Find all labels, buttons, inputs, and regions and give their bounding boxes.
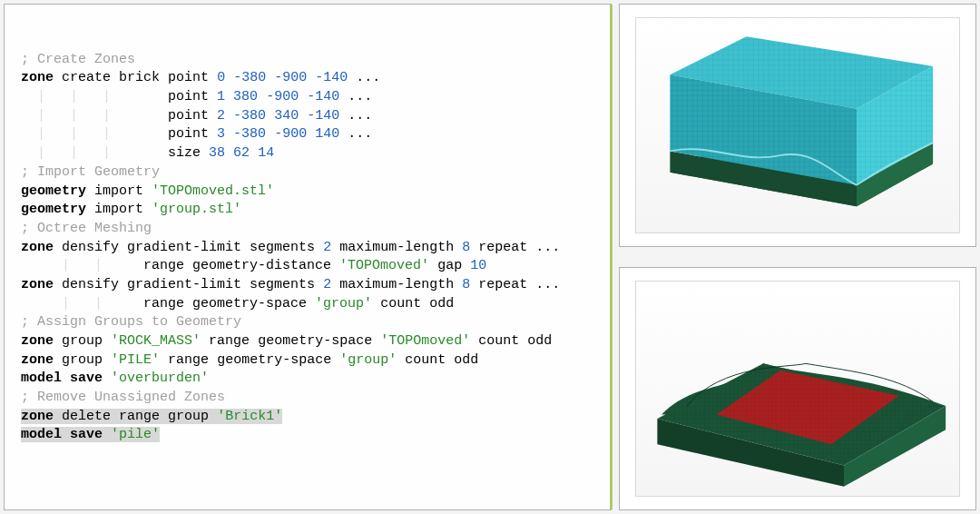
kw-repeat: repeat: [478, 277, 527, 292]
num: 2: [323, 240, 331, 255]
num: 10: [470, 258, 486, 273]
kw-count: count: [478, 333, 519, 349]
str: 'TOPOmoved.stl': [152, 183, 274, 199]
kw-zone: zone: [21, 277, 54, 292]
str: 'pile': [111, 427, 160, 442]
viz-canvas-bottom[interactable]: [635, 281, 959, 498]
num: -900: [274, 126, 307, 142]
num: -140: [307, 108, 339, 124]
kw-zone: zone: [21, 240, 54, 255]
kw-range: range: [119, 409, 160, 424]
str: 'TOPOmoved': [380, 333, 470, 349]
kw-create: create: [62, 70, 111, 85]
kw-group: group: [62, 352, 103, 368]
kw-group: group: [168, 409, 209, 424]
kw-range: range: [143, 258, 184, 273]
kw-save: save: [70, 427, 103, 442]
kw-maxlen: maximum-length: [339, 277, 454, 292]
str: 'TOPOmoved': [339, 258, 429, 273]
code-editor[interactable]: ; Create Zones zone create brick point 0…: [4, 4, 612, 510]
num: 1: [217, 89, 225, 104]
kw-gap: gap: [437, 258, 462, 273]
viz-panel-bottom[interactable]: [619, 267, 976, 510]
str: 'overburden': [111, 371, 209, 386]
kw-geospace: geometry-space: [258, 333, 372, 349]
num: 62: [233, 145, 250, 161]
panel-accent-bar: [610, 5, 612, 509]
kw-delete: delete: [62, 409, 111, 424]
num: 0: [217, 70, 225, 85]
str: 'Brick1': [217, 409, 282, 424]
kw-odd: odd: [454, 352, 478, 368]
kw-densify: densify: [62, 240, 119, 255]
kw-gradlimit: gradient-limit: [127, 277, 241, 292]
num: 380: [233, 89, 258, 104]
kw-brick: brick: [119, 70, 160, 85]
str: 'group.stl': [152, 202, 241, 217]
kw-point: point: [168, 89, 209, 104]
num: 2: [217, 108, 225, 124]
kw-densify: densify: [62, 277, 119, 292]
viz-panel-top[interactable]: [619, 4, 976, 247]
guide: | | |: [21, 89, 152, 104]
comment: ; Import Geometry: [21, 164, 160, 180]
num: 2: [323, 277, 331, 292]
num: 340: [274, 108, 299, 124]
kw-import: import: [94, 202, 143, 217]
main-layout: ; Create Zones zone create brick point 0…: [0, 0, 980, 514]
kw-zone: zone: [21, 352, 54, 368]
visualization-column: [619, 4, 976, 510]
num: -380: [233, 126, 266, 142]
num: 140: [315, 126, 339, 142]
kw-zone: zone: [21, 333, 54, 349]
kw-count: count: [380, 296, 421, 311]
num: -380: [233, 70, 266, 85]
num: 8: [462, 277, 470, 292]
num: 14: [258, 145, 274, 161]
kw-geometry: geometry: [21, 183, 86, 199]
kw-repeat: repeat: [478, 240, 527, 255]
ellipsis: ...: [535, 277, 560, 292]
kw-import: import: [94, 183, 143, 199]
str: 'group': [315, 296, 372, 311]
guide: | | |: [21, 126, 152, 142]
kw-count: count: [405, 352, 446, 368]
kw-range: range: [209, 333, 250, 349]
ellipsis: ...: [535, 240, 560, 255]
ellipsis: ...: [356, 70, 380, 85]
guide: | |: [21, 296, 143, 311]
str: 'PILE': [111, 352, 160, 368]
guide: | | |: [21, 108, 152, 124]
kw-geometry: geometry: [21, 202, 86, 217]
guide: | | |: [21, 145, 152, 161]
num: 38: [209, 145, 225, 161]
comment: ; Octree Meshing: [21, 221, 152, 236]
kw-point: point: [168, 70, 209, 85]
ellipsis: ...: [348, 126, 372, 142]
kw-zone: zone: [21, 409, 54, 424]
kw-group: group: [62, 333, 103, 349]
kw-geodist: geometry-distance: [192, 258, 331, 273]
kw-point: point: [168, 108, 209, 124]
guide: | |: [21, 258, 143, 273]
viz-canvas-top[interactable]: [635, 17, 959, 234]
num: -380: [233, 108, 266, 124]
num: 3: [217, 126, 225, 142]
kw-odd: odd: [429, 296, 454, 311]
comment: ; Remove Unassigned Zones: [21, 390, 225, 405]
comment: ; Create Zones: [21, 52, 135, 67]
num: 8: [462, 240, 470, 255]
kw-model: model: [21, 427, 62, 442]
kw-size: size: [168, 145, 201, 161]
str: 'ROCK_MASS': [111, 333, 201, 349]
kw-range: range: [168, 352, 209, 368]
num: -900: [266, 89, 299, 104]
kw-odd: odd: [527, 333, 552, 349]
ellipsis: ...: [348, 108, 372, 124]
comment: ; Assign Groups to Geometry: [21, 314, 241, 330]
kw-save: save: [70, 371, 103, 386]
kw-maxlen: maximum-length: [339, 240, 454, 255]
kw-geospace: geometry-space: [217, 352, 331, 368]
num: -140: [315, 70, 348, 85]
num: -900: [274, 70, 307, 85]
